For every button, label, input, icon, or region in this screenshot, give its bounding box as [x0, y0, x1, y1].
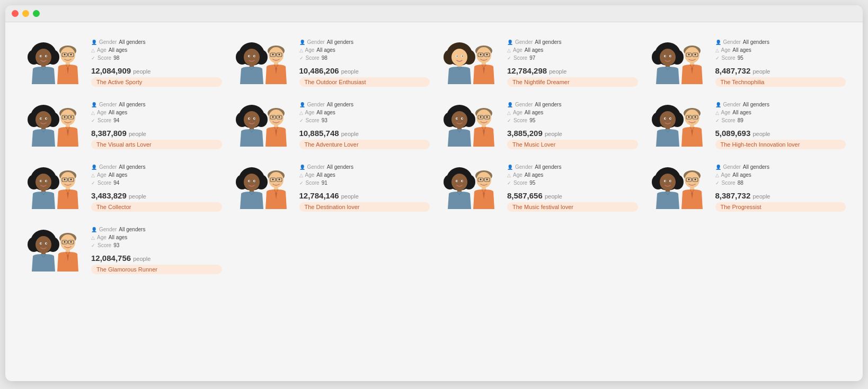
- persona-card[interactable]: 👤 Gender All genders △ Age All ages ✓ Sc…: [226, 33, 435, 95]
- persona-card[interactable]: 👤 Gender All genders △ Age All ages ✓ Sc…: [434, 33, 642, 95]
- persona-card[interactable]: 👤 Gender All genders △ Age All ages ✓ Sc…: [434, 95, 642, 158]
- svg-point-219: [694, 179, 696, 180]
- persona-badge[interactable]: The Collector: [91, 202, 222, 212]
- persona-card[interactable]: 👤 Gender All genders △ Age All ages ✓ Sc…: [18, 158, 226, 220]
- age-row: △ Age All ages: [299, 47, 430, 53]
- persona-card[interactable]: 👤 Gender All genders △ Age All ages ✓ Sc…: [18, 95, 226, 158]
- age-icon: △: [715, 173, 719, 178]
- gender-icon: 👤: [507, 40, 513, 45]
- age-value: All ages: [525, 47, 544, 53]
- persona-card[interactable]: 👤 Gender All genders △ Age All ages ✓ Sc…: [434, 158, 642, 220]
- gender-icon: 👤: [507, 165, 513, 170]
- card-info: 👤 Gender All genders △ Age All ages ✓ Sc…: [91, 102, 222, 149]
- age-row: △ Age All ages: [715, 47, 846, 53]
- people-suffix: people: [341, 193, 359, 200]
- svg-point-6: [41, 56, 42, 57]
- people-count: 8,387,809 people: [91, 129, 222, 138]
- score-row: ✓ Score 94: [91, 180, 222, 186]
- age-value: All ages: [316, 110, 335, 115]
- age-row: △ Age All ages: [507, 47, 638, 53]
- persona-badge[interactable]: The Nightlife Dreamer: [507, 77, 638, 87]
- score-label: Score: [513, 180, 527, 186]
- persona-card[interactable]: 👤 Gender All genders △ Age All ages ✓ Sc…: [226, 95, 435, 158]
- card-info: 👤 Gender All genders △ Age All ages ✓ Sc…: [507, 102, 638, 149]
- svg-point-201: [688, 116, 689, 118]
- persona-badge[interactable]: The Glamorous Runner: [91, 265, 222, 274]
- persona-badge[interactable]: The Destination lover: [299, 202, 430, 212]
- maximize-button[interactable]: [33, 10, 40, 17]
- age-icon: △: [299, 173, 303, 178]
- svg-point-133: [480, 54, 482, 56]
- svg-point-40: [41, 180, 42, 182]
- age-value: All ages: [732, 47, 751, 53]
- persona-badge[interactable]: The Technophilia: [715, 77, 846, 87]
- score-label: Score: [306, 180, 320, 186]
- age-row: △ Age All ages: [299, 172, 430, 178]
- age-icon: △: [507, 173, 511, 178]
- gender-value: All genders: [327, 39, 353, 45]
- age-label: Age: [513, 110, 522, 115]
- persona-badge[interactable]: The Music Lover: [507, 140, 638, 149]
- column-1: 👤 Gender All genders △ Age All ages ✓ Sc…: [226, 33, 435, 283]
- svg-point-176: [665, 56, 666, 57]
- people-suffix: people: [752, 193, 770, 200]
- gender-label: Gender: [307, 164, 325, 170]
- gender-value: All genders: [119, 227, 145, 232]
- age-value: All ages: [316, 172, 335, 178]
- svg-point-24: [46, 118, 47, 119]
- persona-badge[interactable]: The Visual arts Lover: [91, 140, 222, 149]
- people-count: 8,487,732 people: [715, 66, 846, 75]
- score-row: ✓ Score 88: [715, 180, 846, 186]
- svg-point-143: [462, 118, 463, 119]
- gender-value: All genders: [327, 102, 353, 107]
- persona-badge[interactable]: The Outdoor Enthusiast: [299, 77, 430, 87]
- score-icon: ✓: [507, 118, 511, 123]
- card-info: 👤 Gender All genders △ Age All ages ✓ Sc…: [507, 39, 638, 87]
- persona-card[interactable]: 👤 Gender All genders △ Age All ages ✓ Sc…: [642, 95, 851, 158]
- people-suffix: people: [752, 68, 770, 75]
- age-icon: △: [299, 48, 303, 53]
- svg-point-20: [36, 111, 51, 128]
- persona-card[interactable]: 👤 Gender All genders △ Age All ages ✓ Sc…: [226, 158, 435, 220]
- gender-row: 👤 Gender All genders: [715, 164, 846, 170]
- persona-badge[interactable]: The High-tech Innovation lover: [715, 140, 846, 149]
- close-button[interactable]: [12, 10, 19, 17]
- svg-point-54: [36, 236, 51, 253]
- svg-point-7: [46, 56, 47, 57]
- gender-value: All genders: [743, 102, 769, 107]
- score-label: Score: [98, 180, 111, 186]
- persona-card[interactable]: 👤 Gender All genders △ Age All ages ✓ Sc…: [18, 220, 226, 283]
- persona-card[interactable]: 👤 Gender All genders △ Age All ages ✓ Sc…: [642, 33, 851, 95]
- gender-label: Gender: [307, 102, 325, 107]
- avatar-group: [231, 39, 294, 87]
- people-count: 3,885,209 people: [507, 129, 638, 138]
- avatar-group: [231, 102, 294, 149]
- gender-row: 👤 Gender All genders: [91, 39, 222, 45]
- age-row: △ Age All ages: [91, 172, 222, 178]
- score-icon: ✓: [91, 56, 95, 61]
- persona-badge[interactable]: The Music festival lover: [507, 202, 638, 212]
- age-label: Age: [305, 47, 315, 53]
- score-row: ✓ Score 97: [507, 55, 638, 61]
- age-label: Age: [721, 47, 731, 53]
- persona-card[interactable]: 👤 Gender All genders △ Age All ages ✓ Sc…: [18, 33, 226, 95]
- score-label: Score: [722, 117, 736, 123]
- score-label: Score: [306, 117, 320, 123]
- svg-point-168: [486, 179, 488, 180]
- gender-label: Gender: [515, 39, 533, 45]
- gender-label: Gender: [723, 102, 741, 107]
- card-info: 👤 Gender All genders △ Age All ages ✓ Sc…: [91, 39, 222, 87]
- age-value: All ages: [525, 172, 544, 178]
- persona-badge[interactable]: The Adventure Lover: [299, 140, 430, 149]
- gender-label: Gender: [99, 102, 117, 107]
- persona-badge[interactable]: The Progressist: [715, 202, 846, 212]
- age-value: All ages: [525, 110, 544, 115]
- age-row: △ Age All ages: [715, 172, 846, 178]
- people-suffix: people: [549, 68, 566, 75]
- minimize-button[interactable]: [22, 10, 29, 17]
- score-value: 88: [738, 180, 743, 186]
- avatar-group: [22, 164, 86, 212]
- persona-card[interactable]: 👤 Gender All genders △ Age All ages ✓ Sc…: [642, 158, 851, 220]
- persona-badge[interactable]: The Active Sporty: [91, 77, 222, 87]
- people-count: 5,089,693 people: [715, 129, 846, 138]
